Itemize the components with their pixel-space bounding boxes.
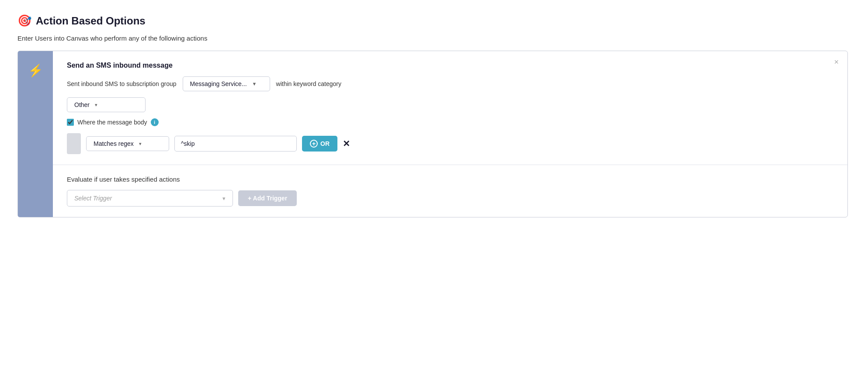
filter-row: Matches regex ▾ + OR ✕ xyxy=(67,133,833,154)
messaging-service-label: Messaging Service... xyxy=(190,80,247,87)
other-dropdown-chevron: ▾ xyxy=(95,102,97,108)
within-keyword-label: within keyword category xyxy=(276,80,341,87)
plus-circle-icon: + xyxy=(310,140,318,148)
trigger-placeholder: Select Trigger xyxy=(74,195,112,202)
or-button[interactable]: + OR xyxy=(302,136,337,152)
other-dropdown[interactable]: Other ▾ xyxy=(67,97,146,112)
or-label: OR xyxy=(320,140,330,147)
subscription-group-row: Sent inbound SMS to subscription group M… xyxy=(67,76,833,91)
keyword-category-row: Other ▾ xyxy=(67,97,833,112)
regex-input[interactable] xyxy=(174,136,297,152)
left-bar: ⚡ xyxy=(18,51,53,217)
info-icon[interactable]: i xyxy=(151,118,159,126)
messaging-dropdown-chevron: ▼ xyxy=(252,81,257,86)
page-title: Action Based Options xyxy=(36,15,146,27)
message-body-checkbox-row: Where the message body i xyxy=(67,118,833,126)
select-trigger-dropdown[interactable]: Select Trigger ▾ xyxy=(67,190,233,207)
messaging-service-dropdown[interactable]: Messaging Service... ▼ xyxy=(183,76,270,91)
matches-label: Matches regex xyxy=(94,140,134,147)
add-trigger-button[interactable]: + Add Trigger xyxy=(238,190,297,206)
close-button[interactable]: × xyxy=(834,58,839,66)
message-body-label: Where the message body xyxy=(77,119,147,126)
main-card: ⚡ × Send an SMS inbound message Sent inb… xyxy=(17,51,848,217)
card-content: × Send an SMS inbound message Sent inbou… xyxy=(53,51,847,217)
message-body-checkbox[interactable] xyxy=(67,119,74,126)
sent-label: Sent inbound SMS to subscription group xyxy=(67,80,177,87)
target-icon: 🎯 xyxy=(17,14,31,28)
page-subtitle: Enter Users into Canvas who perform any … xyxy=(17,34,851,42)
drag-handle xyxy=(67,133,81,154)
evaluate-label: Evaluate if user takes specified actions xyxy=(67,176,833,183)
trigger-row: Select Trigger ▾ + Add Trigger xyxy=(67,190,833,207)
section-top: × Send an SMS inbound message Sent inbou… xyxy=(53,51,847,165)
section-bottom: Evaluate if user takes specified actions… xyxy=(53,165,847,217)
section-title: Send an SMS inbound message xyxy=(67,62,833,69)
lightning-icon: ⚡ xyxy=(28,63,43,78)
delete-filter-button[interactable]: ✕ xyxy=(343,139,350,148)
page-header: 🎯 Action Based Options xyxy=(17,14,851,28)
matches-dropdown-chevron: ▾ xyxy=(139,141,142,147)
other-label: Other xyxy=(74,101,90,108)
trigger-chevron-icon: ▾ xyxy=(222,195,226,202)
add-trigger-label: + Add Trigger xyxy=(248,195,287,202)
matches-regex-dropdown[interactable]: Matches regex ▾ xyxy=(86,136,169,151)
